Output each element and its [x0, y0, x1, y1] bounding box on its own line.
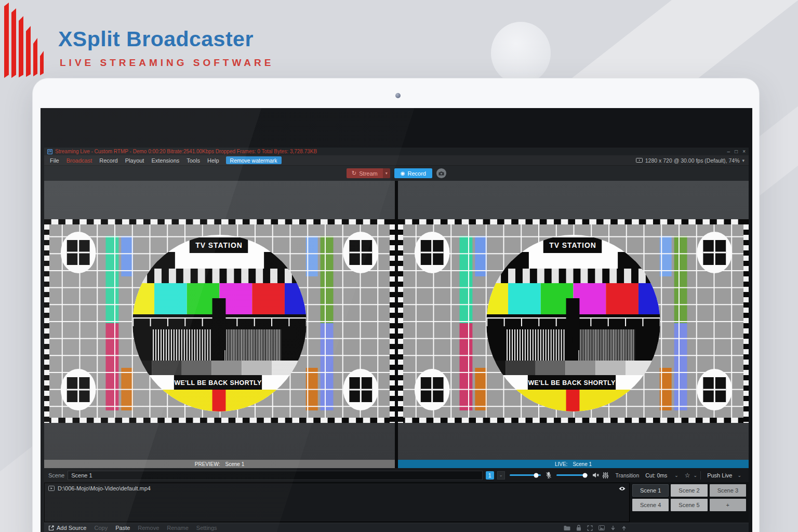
stream-button[interactable]: ↻ Stream ▾	[347, 168, 390, 178]
speaker-volume-slider[interactable]	[556, 474, 588, 476]
scene-control-row: Scene 1 ⌄	[44, 468, 749, 482]
mic-muted-icon[interactable]	[546, 472, 552, 478]
preview-pane[interactable]	[44, 181, 395, 460]
image-icon[interactable]	[598, 525, 605, 530]
brand-header: XSplit Broadcaster LIVE STREAMING SOFTWA…	[0, 0, 364, 78]
divider	[700, 471, 701, 480]
live-test-card	[398, 219, 749, 423]
live-pane[interactable]	[398, 181, 749, 460]
scene-label: Scene	[48, 472, 64, 478]
scene-button-3[interactable]: Scene 3	[710, 484, 746, 497]
scene-buttons-panel: Scene 1 Scene 2 Scene 3 Scene 4 Scene 5 …	[630, 482, 749, 523]
scene-name-input[interactable]	[68, 471, 482, 480]
maximize-button[interactable]: □	[735, 149, 738, 154]
resolution-text: 1280 x 720 @ 30.00 fps (Default), 74%	[645, 157, 740, 164]
background-circle	[491, 22, 551, 84]
close-button[interactable]: ×	[742, 149, 746, 154]
chevron-down-icon: ⌄	[674, 474, 679, 477]
device-camera-icon	[395, 93, 401, 98]
remove-watermark-button[interactable]: Remove watermark	[226, 156, 282, 164]
mic-volume-knob[interactable]	[534, 473, 538, 477]
window-titlebar: Streaming Live - Custom RTMP - Demo 0:00…	[44, 148, 749, 155]
brand-title: XSplit Broadcaster	[58, 27, 254, 51]
snapshot-button[interactable]	[436, 168, 446, 178]
live-scene-name: Scene 1	[573, 461, 592, 467]
stream-refresh-icon: ↻	[352, 170, 356, 177]
folder-icon[interactable]	[564, 525, 570, 531]
xsplit-app-icon	[47, 149, 52, 154]
stream-dropdown[interactable]: ▾	[383, 168, 390, 178]
record-button[interactable]: ◉ Record	[394, 168, 432, 178]
live-status-bar: LIVE: Scene 1	[398, 460, 749, 468]
list-tools	[564, 525, 627, 531]
lock-icon[interactable]	[576, 525, 581, 531]
xsplit-window: Streaming Live - Custom RTMP - Demo 0:00…	[44, 148, 749, 532]
transition-select[interactable]: Cut: 0ms ⌄	[642, 471, 682, 480]
rename-button[interactable]: Rename	[167, 525, 189, 531]
source-list: D:\006-Mojo\Mojo-Video\default.mp4	[44, 483, 630, 522]
move-down-icon[interactable]	[610, 525, 616, 531]
scene-button-5[interactable]: Scene 5	[671, 499, 707, 511]
preview-status-bar: PREVIEW: Scene 1	[44, 460, 395, 468]
transition-value: Cut: 0ms	[645, 472, 667, 478]
add-source-icon	[48, 525, 54, 531]
menu-tools[interactable]: Tools	[183, 157, 204, 164]
record-button-label: Record	[407, 170, 425, 177]
copy-button[interactable]: Copy	[94, 525, 108, 531]
device-screen: Streaming Live - Custom RTMP - Demo 0:00…	[41, 108, 752, 532]
transition-favorite-icon[interactable]: ☆	[685, 472, 690, 479]
scene-button-2[interactable]: Scene 2	[671, 484, 707, 497]
source-item[interactable]: D:\006-Mojo\Mojo-Video\default.mp4	[45, 483, 629, 494]
stream-status-text: Streaming Live - Custom RTMP - Demo 0:00…	[55, 149, 317, 154]
move-up-icon[interactable]	[621, 525, 627, 531]
layer-number-badge[interactable]: 1	[486, 471, 494, 480]
menu-record[interactable]: Record	[96, 157, 121, 164]
pane-status-row: PREVIEW: Scene 1 LIVE: Scene 1	[44, 460, 749, 468]
layer-dropdown[interactable]: ⌄	[497, 471, 505, 480]
menu-broadcast[interactable]: Broadcast	[63, 157, 96, 164]
broadcast-toolbar: ↻ Stream ▾ ◉ Record	[44, 166, 749, 181]
minimize-button[interactable]: –	[727, 149, 730, 154]
audio-mixer-icon[interactable]	[603, 472, 608, 478]
menu-playout[interactable]: Playout	[122, 157, 148, 164]
preview-label: PREVIEW:	[195, 461, 220, 467]
mic-volume-slider[interactable]	[510, 474, 541, 476]
source-visibility-eye-icon[interactable]	[619, 486, 626, 491]
source-path: D:\006-Mojo\Mojo-Video\default.mp4	[58, 485, 151, 491]
menu-help[interactable]: Help	[204, 157, 223, 164]
add-source-label: Add Source	[57, 525, 86, 531]
window-controls: – □ ×	[727, 149, 746, 154]
monitor-icon	[636, 158, 643, 163]
preview-scene-name: Scene 1	[225, 461, 245, 467]
resolution-selector[interactable]: 1280 x 720 @ 30.00 fps (Default), 74% ▾	[636, 157, 747, 164]
menu-bar: File Broadcast Record Playout Extensions…	[44, 155, 749, 166]
record-dot-icon: ◉	[401, 170, 405, 176]
chevron-down-icon: ▾	[742, 159, 744, 162]
add-source-button[interactable]: Add Source	[48, 525, 86, 531]
remove-button[interactable]: Remove	[138, 525, 159, 531]
paste-button[interactable]: Paste	[115, 525, 130, 531]
scene-button-1[interactable]: Scene 1	[632, 484, 669, 497]
favorite-dropdown-icon[interactable]: ⌄	[694, 474, 698, 477]
stage	[44, 181, 749, 460]
media-file-icon	[48, 486, 55, 491]
settings-button[interactable]: Settings	[196, 525, 217, 531]
scene-button-4[interactable]: Scene 4	[632, 499, 669, 511]
menu-extensions[interactable]: Extensions	[148, 157, 183, 164]
camera-icon	[438, 171, 444, 176]
stream-button-label: Stream	[359, 170, 377, 177]
transition-label: Transition	[616, 472, 640, 478]
chevron-down-icon: ⌄	[737, 474, 741, 477]
speaker-volume-knob[interactable]	[583, 473, 588, 477]
push-live-button[interactable]: Push Live ⌄	[704, 472, 744, 478]
device-frame: Streaming Live - Custom RTMP - Demo 0:00…	[32, 78, 760, 532]
push-live-label: Push Live	[707, 472, 732, 478]
logo-stripes-icon	[3, 2, 45, 78]
brand-subtitle: LIVE STREAMING SOFTWARE	[60, 57, 274, 69]
menu-file[interactable]: File	[46, 157, 63, 164]
fullscreen-icon[interactable]	[587, 525, 593, 531]
add-scene-button[interactable]: +	[710, 499, 746, 511]
speaker-muted-icon[interactable]	[592, 472, 600, 478]
live-label: LIVE:	[555, 461, 567, 467]
preview-test-card	[44, 219, 395, 423]
